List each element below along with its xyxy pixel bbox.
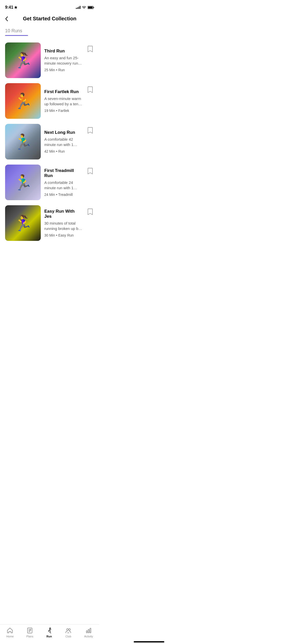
run-title-5: Easy Run With Jes: [44, 209, 83, 219]
bookmark-button-4[interactable]: [86, 167, 94, 177]
runner-figure-1: 🏃‍♀️: [5, 42, 41, 78]
run-desc-3: A comfortable 42 minute run with 1 minut…: [44, 137, 83, 147]
runner-figure-4: 🏃‍♂️: [5, 165, 41, 200]
run-image-3: 🏃‍♂️: [5, 124, 41, 159]
run-meta-2: 19 Min • Fartlek: [44, 109, 83, 113]
run-meta-4: 24 Min • Treadmill: [44, 193, 83, 197]
back-button[interactable]: [5, 16, 8, 21]
run-meta-3: 42 Min • Run: [44, 149, 83, 153]
page-header: Get Started Collection: [0, 13, 99, 26]
status-icons: [76, 6, 94, 9]
runner-figure-5: 🏃‍♀️: [5, 205, 41, 241]
svg-rect-1: [93, 7, 94, 8]
run-info-2: First Fartlek Run A seven-minute warm up…: [44, 89, 83, 113]
run-image-5: 🏃‍♀️: [5, 205, 41, 241]
bookmark-button-5[interactable]: [86, 207, 94, 217]
run-info-5: Easy Run With Jes 30 minutes of total ru…: [44, 209, 83, 237]
run-info-4: First Treadmill Run A comfortable 24 min…: [44, 168, 83, 197]
run-desc-4: A comfortable 24 minute run with 1 minut…: [44, 180, 83, 191]
run-item[interactable]: 🏃‍♀️ Third Run An easy and fun 25-minute…: [5, 40, 94, 81]
run-image-1: 🏃‍♀️: [5, 42, 41, 78]
run-desc-2: A seven-minute warm up followed by a ten…: [44, 96, 83, 107]
bookmark-button-3[interactable]: [86, 126, 94, 136]
run-title-2: First Fartlek Run: [44, 89, 83, 94]
runner-figure-2: 🏃: [5, 83, 41, 119]
run-meta-5: 30 Min • Easy Run: [44, 233, 83, 237]
signal-icon: [76, 6, 80, 9]
runner-figure-3: 🏃‍♂️: [5, 124, 41, 159]
section-underline: [5, 35, 28, 36]
run-title-3: Next Long Run: [44, 130, 83, 135]
section-label: 10 Runs: [0, 26, 99, 35]
wifi-icon: [82, 6, 86, 9]
run-item[interactable]: 🏃‍♂️ First Treadmill Run A comfortable 2…: [5, 162, 94, 203]
run-info-3: Next Long Run A comfortable 42 minute ru…: [44, 130, 83, 153]
bookmark-button-2[interactable]: [86, 85, 94, 95]
run-desc-1: An easy and fun 25-minute recovery run w…: [44, 55, 83, 66]
run-image-4: 🏃‍♂️: [5, 165, 41, 200]
bookmark-button-1[interactable]: [86, 45, 94, 54]
run-title-4: First Treadmill Run: [44, 168, 83, 178]
status-bar: 9:41: [0, 0, 99, 13]
location-icon: [14, 6, 17, 9]
run-meta-1: 25 Min • Run: [44, 68, 83, 72]
page-title: Get Started Collection: [23, 16, 76, 22]
run-title-1: Third Run: [44, 49, 83, 54]
content-area: 10 Runs 🏃‍♀️ Third Run An easy and fun 2…: [0, 26, 99, 266]
run-image-2: 🏃: [5, 83, 41, 119]
run-item[interactable]: 🏃‍♀️ Easy Run With Jes 30 minutes of tot…: [5, 203, 94, 243]
run-item[interactable]: 🏃‍♂️ Next Long Run A comfortable 42 minu…: [5, 121, 94, 162]
run-item[interactable]: 🏃 First Fartlek Run A seven-minute warm …: [5, 81, 94, 121]
run-list: 🏃‍♀️ Third Run An easy and fun 25-minute…: [0, 40, 99, 243]
status-time: 9:41: [5, 5, 17, 10]
run-desc-5: 30 minutes of total running broken up by…: [44, 221, 83, 231]
battery-icon: [88, 6, 94, 9]
run-info-1: Third Run An easy and fun 25-minute reco…: [44, 49, 83, 72]
svg-rect-2: [88, 6, 93, 8]
